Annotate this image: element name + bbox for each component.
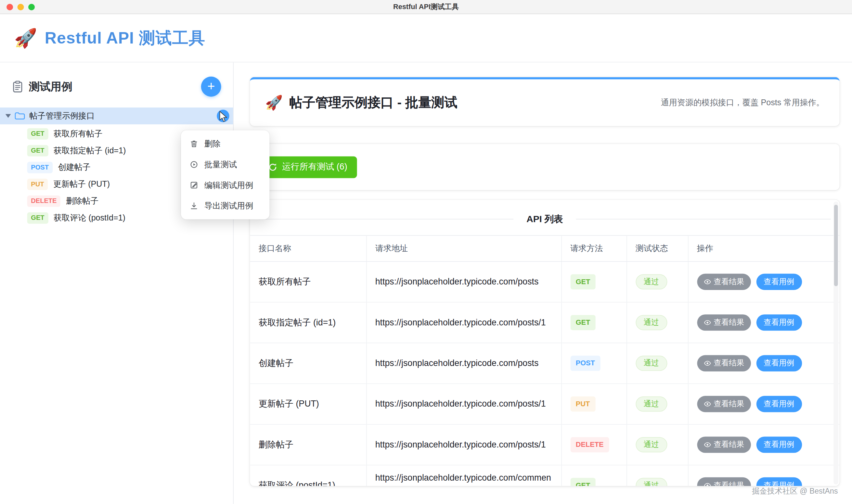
- api-actions-cell: 查看结果 查看用例: [688, 383, 840, 424]
- method-badge: GET: [570, 478, 596, 486]
- run-all-tests-button[interactable]: 运行所有测试 (6): [259, 156, 357, 178]
- app-header: 🚀 Restful API 测试工具: [0, 14, 852, 62]
- col-header-url: 请求地址: [366, 235, 561, 262]
- view-case-button[interactable]: 查看用例: [756, 274, 802, 290]
- row-actions: 查看结果 查看用例: [697, 478, 831, 486]
- sidebar-header: 测试用例 +: [0, 62, 233, 105]
- menu-item-delete[interactable]: 删除: [181, 133, 270, 154]
- tree-item-label: 删除帖子: [66, 196, 99, 206]
- window-title: Restful API测试工具: [393, 2, 459, 12]
- tree-folder-label: 帖子管理示例接口: [29, 111, 94, 121]
- fullscreen-window-button[interactable]: [28, 4, 35, 11]
- view-result-button[interactable]: 查看结果: [697, 314, 751, 330]
- table-row: 获取指定帖子 (id=1) https://jsonplaceholder.ty…: [250, 302, 839, 343]
- menu-item-label: 导出测试用例: [204, 201, 253, 211]
- watermark: 掘金技术社区 @ BestAns: [752, 486, 838, 496]
- rocket-icon: 🚀: [265, 95, 283, 109]
- main-content: 🚀 帖子管理示例接口 - 批量测试 通用资源的模拟接口，覆盖 Posts 常用操…: [233, 62, 852, 504]
- api-list-section-title: API 列表: [250, 213, 839, 226]
- scrollbar-thumb[interactable]: [834, 204, 838, 286]
- view-result-button[interactable]: 查看结果: [697, 478, 751, 486]
- method-badge: POST: [570, 356, 601, 371]
- tree-item-label: 更新帖子 (PUT): [53, 179, 110, 190]
- traffic-lights: [6, 4, 35, 11]
- api-list-card: API 列表 接口名称 请求地址 请求方法 测试状态 操作: [250, 200, 839, 486]
- divider-line: [576, 219, 831, 219]
- menu-item-batch-test[interactable]: 批量测试: [181, 154, 270, 175]
- view-case-label: 查看用例: [764, 359, 794, 368]
- eye-icon: [703, 359, 711, 367]
- api-method-cell: PUT: [561, 383, 626, 424]
- view-case-button[interactable]: 查看用例: [756, 396, 802, 412]
- api-url-cell: https://jsonplaceholder.typicode.com/pos…: [366, 383, 561, 424]
- titlebar: Restful API测试工具: [0, 0, 852, 14]
- api-method-cell: POST: [561, 343, 626, 383]
- view-result-button[interactable]: 查看结果: [697, 396, 751, 412]
- view-result-label: 查看结果: [714, 359, 744, 368]
- divider-line: [259, 219, 514, 219]
- view-case-label: 查看用例: [764, 440, 794, 449]
- table-row: 获取评论 (postId=1) https://jsonplaceholder.…: [250, 465, 839, 486]
- context-menu: 删除 批量测试 编辑测试用例 导出测试用例: [181, 130, 270, 219]
- view-case-button[interactable]: 查看用例: [756, 478, 802, 486]
- table-row: 获取所有帖子 https://jsonplaceholder.typicode.…: [250, 262, 839, 302]
- tree-item-label: 创建帖子: [58, 162, 90, 173]
- api-name-cell: 获取评论 (postId=1): [250, 465, 366, 486]
- col-header-name: 接口名称: [250, 235, 366, 262]
- api-actions-cell: 查看结果 查看用例: [688, 262, 840, 302]
- mouse-cursor: [219, 111, 228, 123]
- view-result-button[interactable]: 查看结果: [697, 274, 751, 290]
- plus-icon: +: [207, 79, 215, 93]
- view-case-label: 查看用例: [764, 277, 794, 287]
- menu-item-export[interactable]: 导出测试用例: [181, 196, 270, 216]
- status-badge: 通过: [636, 274, 667, 289]
- view-result-button[interactable]: 查看结果: [697, 355, 751, 372]
- eye-icon: [703, 441, 711, 448]
- view-case-button[interactable]: 查看用例: [756, 436, 802, 453]
- view-result-label: 查看结果: [714, 277, 744, 287]
- api-name-cell: 获取所有帖子: [250, 262, 366, 302]
- view-result-label: 查看结果: [714, 440, 744, 449]
- menu-item-edit[interactable]: 编辑测试用例: [181, 175, 270, 196]
- edit-icon: [190, 181, 198, 190]
- view-case-button[interactable]: 查看用例: [756, 355, 802, 372]
- api-url-cell: https://jsonplaceholder.typicode.com/pos…: [366, 425, 561, 465]
- api-status-cell: 通过: [626, 383, 688, 424]
- api-actions-cell: 查看结果 查看用例: [688, 465, 840, 486]
- app-title: Restful API 测试工具: [45, 27, 205, 49]
- api-name-cell: 获取指定帖子 (id=1): [250, 302, 366, 343]
- view-result-button[interactable]: 查看结果: [697, 436, 751, 453]
- view-case-label: 查看用例: [764, 399, 794, 409]
- refresh-icon: [268, 163, 277, 172]
- api-actions-cell: 查看结果 查看用例: [688, 302, 840, 343]
- close-window-button[interactable]: [6, 4, 13, 11]
- api-table-body: 获取所有帖子 https://jsonplaceholder.typicode.…: [250, 262, 839, 486]
- view-case-button[interactable]: 查看用例: [756, 314, 802, 330]
- eye-icon: [703, 278, 711, 285]
- add-test-suite-button[interactable]: +: [201, 77, 221, 97]
- view-result-label: 查看结果: [714, 481, 744, 486]
- api-method-cell: DELETE: [561, 425, 626, 465]
- tree-folder-row[interactable]: 帖子管理示例接口: [0, 107, 233, 124]
- method-badge: POST: [27, 162, 53, 173]
- sidebar-title: 测试用例: [29, 79, 72, 94]
- table-scrollbar[interactable]: [833, 201, 838, 484]
- method-badge: GET: [27, 213, 48, 224]
- caret-down-icon[interactable]: [5, 114, 11, 118]
- api-url-cell: https://jsonplaceholder.typicode.com/pos…: [366, 262, 561, 302]
- status-badge: 通过: [636, 478, 667, 486]
- minimize-window-button[interactable]: [18, 4, 24, 11]
- api-name-cell: 更新帖子 (PUT): [250, 383, 366, 424]
- api-name-cell: 删除帖子: [250, 425, 366, 465]
- view-case-label: 查看用例: [764, 318, 794, 327]
- eye-icon: [703, 482, 711, 486]
- view-case-label: 查看用例: [764, 481, 794, 486]
- api-url-cell: https://jsonplaceholder.typicode.com/pos…: [366, 302, 561, 343]
- table-row: 创建帖子 https://jsonplaceholder.typicode.co…: [250, 343, 839, 383]
- method-badge: GET: [570, 315, 596, 330]
- row-actions: 查看结果 查看用例: [697, 314, 831, 330]
- col-header-method: 请求方法: [561, 235, 626, 262]
- view-result-label: 查看结果: [714, 399, 744, 409]
- menu-item-label: 批量测试: [204, 159, 237, 170]
- status-badge: 通过: [636, 397, 667, 412]
